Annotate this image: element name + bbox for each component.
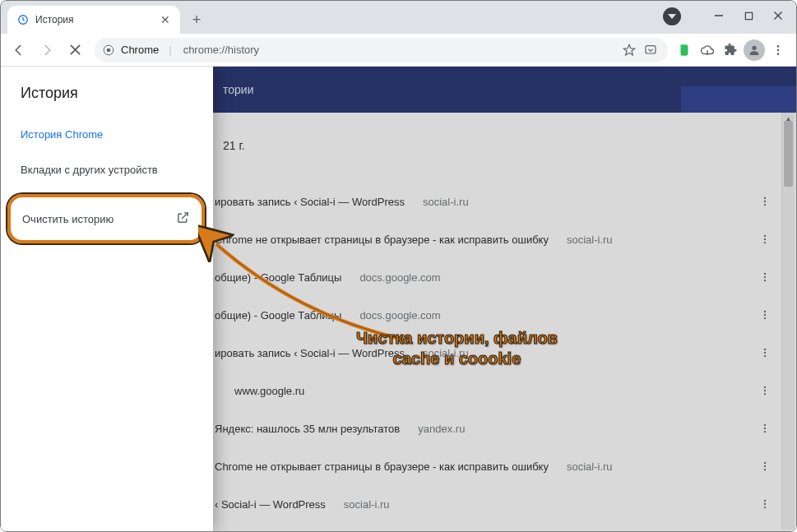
history-row-domain: social-i.ru — [344, 498, 390, 511]
svg-point-38 — [764, 465, 766, 467]
row-menu-button[interactable] — [755, 343, 775, 363]
svg-point-41 — [764, 503, 766, 505]
svg-point-32 — [764, 390, 766, 391]
row-menu-button[interactable] — [755, 381, 775, 400]
bluebar-accent — [681, 86, 796, 113]
history-row-domain: social-i.ru — [567, 234, 613, 246]
row-menu-button[interactable] — [755, 419, 775, 438]
svg-point-17 — [764, 201, 766, 202]
omnibox-label: Chrome — [121, 44, 159, 56]
history-row[interactable]: www.google.ru — [215, 372, 775, 409]
svg-point-34 — [764, 424, 766, 426]
close-window-button[interactable] — [765, 4, 791, 27]
maximize-button[interactable] — [735, 4, 762, 27]
svg-point-25 — [764, 311, 766, 312]
history-row-domain: social-i.ru — [567, 460, 613, 473]
svg-point-29 — [764, 352, 766, 354]
svg-point-26 — [764, 314, 766, 316]
address-bar[interactable]: Chrome | chrome://history — [95, 38, 668, 62]
svg-point-22 — [764, 273, 766, 275]
svg-point-21 — [764, 242, 766, 243]
svg-point-40 — [764, 500, 766, 502]
history-list: ировать запись ‹ Social-i — WordPresssoc… — [215, 183, 775, 523]
history-row-domain: social-i.ru — [423, 347, 469, 359]
row-menu-button[interactable] — [755, 494, 775, 514]
history-row-title: www.google.ru — [215, 385, 304, 397]
svg-point-16 — [764, 197, 766, 199]
back-button[interactable] — [6, 37, 32, 63]
row-menu-button[interactable] — [755, 456, 775, 476]
cloud-extension-icon[interactable] — [697, 40, 717, 60]
history-row-title: ировать запись ‹ Social-i — WordPress — [215, 347, 405, 359]
svg-point-13 — [777, 45, 780, 48]
svg-point-27 — [764, 317, 766, 319]
svg-point-37 — [764, 462, 766, 464]
history-row-domain: social-i.ru — [423, 196, 469, 208]
history-row-domain: yandex.ru — [418, 423, 465, 435]
row-menu-button[interactable] — [755, 192, 775, 211]
chrome-menu-button[interactable] — [768, 40, 788, 60]
extensions-row — [674, 39, 788, 61]
titlebar: История ✕ + — [1, 1, 796, 34]
history-sidebar: История История Chrome Вкладки с других … — [1, 67, 213, 531]
pocket-icon[interactable] — [642, 41, 660, 59]
sidebar-item-other-tabs[interactable]: Вкладки с других устройств — [1, 152, 213, 187]
scroll-thumb[interactable] — [784, 121, 793, 187]
vertical-scrollbar[interactable]: ▲ — [781, 113, 795, 530]
clear-history-label: Очистить историю — [22, 213, 114, 225]
forward-button[interactable] — [34, 37, 60, 63]
svg-point-42 — [764, 507, 766, 508]
history-row-title: Яндекс: нашлось 35 млн результатов — [215, 423, 400, 435]
extensions-puzzle-icon[interactable] — [721, 40, 740, 60]
open-external-icon — [176, 210, 190, 227]
history-row-title: ‹ Social-i — WordPress — [215, 498, 326, 511]
history-row[interactable]: общие) - Google Таблицыdocs.google.com — [215, 296, 775, 334]
history-row-title: ировать запись ‹ Social-i — WordPress — [215, 196, 405, 208]
svg-point-15 — [777, 53, 780, 55]
sidebar-item-clear-history[interactable]: Очистить историю — [7, 194, 205, 243]
svg-point-35 — [764, 428, 766, 429]
date-heading: 21 г. — [223, 139, 245, 152]
svg-point-14 — [777, 49, 780, 51]
page-content: тории 21 г. ировать запись ‹ Social-i — … — [1, 67, 796, 531]
history-row[interactable]: Яндекс: нашлось 35 млн результатовyandex… — [215, 409, 775, 447]
stop-reload-button[interactable] — [62, 37, 88, 63]
history-favicon — [17, 14, 29, 25]
history-row[interactable]: ‹ Social-i — WordPresssocial-i.ru — [215, 485, 775, 523]
history-row[interactable]: Chrome не открывает страницы в браузере … — [215, 447, 775, 485]
sidebar-item-chrome-history[interactable]: История Chrome — [1, 117, 213, 152]
svg-marker-1 — [668, 14, 676, 19]
profile-avatar[interactable] — [744, 39, 765, 61]
svg-point-28 — [764, 349, 766, 350]
svg-point-31 — [764, 386, 766, 388]
new-tab-button[interactable]: + — [185, 8, 208, 31]
identity-menu-button[interactable] — [663, 7, 681, 25]
history-row-title: общие) - Google Таблицы — [215, 309, 341, 322]
row-menu-button[interactable] — [755, 305, 775, 325]
svg-point-9 — [107, 48, 111, 52]
site-info-icon[interactable] — [103, 44, 114, 56]
history-row-title: Chrome не открывает страницы в браузере … — [215, 234, 549, 246]
window-controls — [706, 4, 791, 27]
svg-point-18 — [764, 204, 766, 206]
omnibox-url: chrome://history — [183, 44, 259, 56]
tab-close-button[interactable]: ✕ — [159, 13, 172, 26]
history-row[interactable]: ировать запись ‹ Social-i — WordPresssoc… — [215, 183, 775, 220]
row-menu-button[interactable] — [755, 267, 775, 287]
history-row[interactable]: Chrome не открывает страницы в браузере … — [215, 220, 775, 258]
evernote-extension-icon[interactable] — [674, 40, 694, 60]
bookmark-star-icon[interactable] — [620, 41, 638, 59]
svg-rect-11 — [646, 45, 656, 53]
browser-tab[interactable]: История ✕ — [7, 6, 180, 34]
history-row-title: Chrome не открывает страницы в браузере … — [215, 460, 549, 473]
svg-point-30 — [764, 355, 766, 357]
svg-point-36 — [764, 431, 766, 433]
history-row-domain: docs.google.com — [359, 271, 440, 284]
minimize-button[interactable] — [706, 4, 732, 27]
svg-rect-3 — [745, 12, 752, 19]
history-row-title: общие) - Google Таблицы — [215, 271, 341, 284]
history-row[interactable]: общие) - Google Таблицыdocs.google.com — [215, 258, 775, 296]
row-menu-button[interactable] — [755, 229, 775, 249]
svg-point-19 — [764, 235, 766, 237]
history-row[interactable]: ировать запись ‹ Social-i — WordPresssoc… — [215, 334, 775, 372]
